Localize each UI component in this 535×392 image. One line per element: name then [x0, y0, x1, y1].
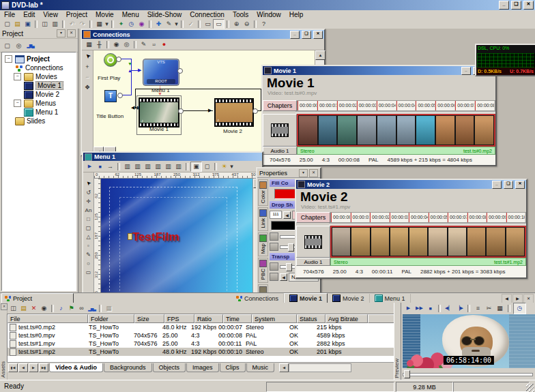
properties-tab-lyrs[interactable]: Lyrs [258, 284, 268, 292]
asset-tab-backgrounds[interactable]: Backgrounds [104, 363, 152, 372]
column-header-system[interactable]: System [252, 314, 297, 323]
slider-thumb[interactable] [404, 370, 410, 378]
minimize-icon[interactable]: _ [290, 31, 300, 39]
chart-icon[interactable]: ▂▅▃ [87, 304, 97, 313]
note-icon[interactable]: ♪ [56, 304, 66, 313]
zoom-out-icon[interactable]: ⊖ [242, 20, 252, 29]
asset-tab-objects[interactable]: Objects [153, 363, 186, 372]
panel-close-icon[interactable]: ✕ [309, 169, 318, 177]
menu-movie[interactable]: Movie [91, 10, 118, 19]
slider-thumb[interactable] [288, 243, 294, 252]
tab-scroll-right-icon[interactable]: ▶ [512, 294, 523, 303]
movie1-titlebar[interactable]: Movie 1 _ ❏ ✕ [263, 66, 495, 75]
menu-file[interactable]: File [0, 10, 19, 19]
filmstrip-thumbnail[interactable] [332, 228, 350, 256]
tree-item-menu-1[interactable]: Menu 1 [2, 108, 76, 117]
scroll-left-icon[interactable]: ◀ [279, 363, 289, 372]
column-header-avg-bitrate[interactable]: Avg Bitrate [326, 314, 368, 323]
filmstrip-thumbnail[interactable] [390, 228, 408, 256]
column-header-file[interactable]: File [8, 314, 88, 323]
filmstrip-thumbnail[interactable] [358, 116, 376, 145]
asset-row[interactable]: test.ts#0.mpvTS_HowTo704x57625.004:300:0… [8, 331, 394, 340]
pen-icon[interactable]: ✎ [84, 250, 93, 258]
tree-item-project[interactable]: −Project [2, 55, 76, 63]
connector-dot[interactable] [117, 93, 123, 98]
filmstrip-thumbnail[interactable] [299, 116, 317, 145]
menu-connection[interactable]: Connection [186, 10, 229, 19]
new-icon[interactable]: ▢ [2, 20, 12, 29]
asset-row[interactable]: test.ts#1.mp2TS_HowTo48.0 kHz192 Kbps00:… [8, 348, 394, 356]
slider-thumb[interactable] [286, 263, 292, 271]
filmstrip-thumbnail[interactable] [371, 228, 389, 256]
minimize-button[interactable]: _ [499, 1, 509, 10]
properties-tab-pbc[interactable]: PBC [258, 258, 268, 282]
frame-icon[interactable]: ▭ [213, 19, 225, 29]
tab-close-icon[interactable]: ✕ [523, 294, 534, 303]
filmstrip-thumbnail[interactable] [456, 116, 474, 145]
tree-item-movie-2[interactable]: Movie 2 [2, 90, 76, 99]
doc-tab-connections[interactable]: Connections [231, 294, 284, 303]
tree-item-slides[interactable]: Slides [2, 117, 76, 125]
chapter-cell[interactable]: 00:00:02 [370, 213, 390, 222]
text-icon[interactable]: An [84, 206, 93, 214]
help-icon[interactable]: ? [259, 20, 269, 29]
filmstrip-thumbnail[interactable] [351, 228, 369, 256]
delete-icon[interactable]: ✕ [29, 304, 39, 313]
wire-icon[interactable]: ╫ [94, 40, 104, 49]
group-icon[interactable]: ▥ [132, 162, 143, 171]
clock-icon[interactable]: ◷ [126, 20, 136, 29]
filmstrip-thumbnail[interactable] [377, 116, 396, 145]
column-header-size[interactable]: Size [134, 314, 164, 323]
tab-scroll-left-icon[interactable]: ◀ [502, 294, 512, 303]
image-icon[interactable]: ▣ [190, 162, 202, 172]
chapter-cell[interactable]: 00:00:07 [455, 101, 475, 110]
first-play-node[interactable] [104, 53, 117, 67]
restore-icon[interactable]: ❏ [504, 181, 513, 189]
tools-icon[interactable]: ≡ [473, 304, 483, 313]
preview-video[interactable]: 06:58:14:00 [403, 314, 535, 368]
filmstrip-thumbnail[interactable] [467, 228, 485, 256]
filmstrip-thumbnail[interactable] [448, 228, 466, 256]
lasttab-icon[interactable]: ▶▮ [39, 363, 48, 372]
project-panel-tab[interactable]: Project [1, 293, 74, 303]
edit-icon[interactable]: ✎ [139, 40, 149, 49]
chapter-cell[interactable]: 00:00:07 [448, 213, 467, 222]
lasso-icon[interactable]: ▫ [84, 241, 93, 250]
filmstrip-thumbnail[interactable] [409, 228, 427, 256]
asset-tab-images[interactable]: Images [186, 363, 219, 372]
chapter-cell[interactable]: 00:00:03 [390, 213, 409, 222]
movie2-titlebar[interactable]: Movie 2 _ ❏ ✕ [296, 180, 526, 189]
step-back-icon[interactable]: ◀▏ [444, 304, 454, 313]
circle-icon[interactable]: ○ [84, 259, 93, 267]
tab-scrollbar[interactable]: ◀ [279, 363, 351, 372]
scroll-up-icon[interactable]: ▲ [315, 50, 326, 60]
panel-pin-icon[interactable]: ▾ [57, 29, 66, 37]
newitem-icon[interactable]: ▢ [2, 41, 12, 50]
expander-icon[interactable]: − [14, 100, 21, 107]
asset-tab-music[interactable]: Music [246, 363, 275, 372]
title-button-node[interactable]: T [104, 90, 117, 102]
chapter-cell[interactable]: 00:00:01 [317, 101, 337, 110]
properties-tab-link[interactable]: Link [258, 207, 268, 231]
connector-dot[interactable] [178, 108, 184, 114]
restore-icon[interactable]: ❏ [302, 31, 311, 39]
tree-item-connections[interactable]: Connections [2, 63, 76, 72]
label12-icon[interactable]: ¹² [149, 40, 159, 49]
tree-item-movies[interactable]: −Movies [2, 72, 76, 81]
chapter-cell[interactable]: 00:00:00 [331, 213, 351, 222]
chapter-cell[interactable]: 00:00:04 [396, 101, 416, 110]
node-icon[interactable]: ◉ [111, 40, 121, 49]
movie1-chapter-track[interactable]: 00:00:0000:00:0100:00:0200:00:0300:00:04… [297, 100, 495, 111]
panel-pin-icon[interactable]: ▾ [299, 169, 308, 177]
step-fwd-icon[interactable]: ▕▶ [454, 304, 465, 313]
open-icon[interactable]: ▤ [12, 20, 23, 29]
movie1-node[interactable]: ♪ [139, 97, 179, 127]
scrollbar-track[interactable] [289, 363, 351, 372]
properties-titlebar[interactable]: Properties ▾ ✕ [257, 168, 320, 178]
filmstrip-thumbnail[interactable] [506, 228, 524, 256]
movie1-audio-track[interactable]: Stereo test.ts#0.mp2 [297, 147, 495, 155]
paste-icon[interactable]: ▥ [50, 20, 60, 29]
chapter-cell[interactable]: 00:00:04 [409, 213, 429, 222]
movie2-chapter-track[interactable]: 00:00:0000:00:0100:00:0200:00:0300:00:04… [330, 212, 526, 223]
target-icon[interactable]: ◉ [136, 20, 147, 29]
